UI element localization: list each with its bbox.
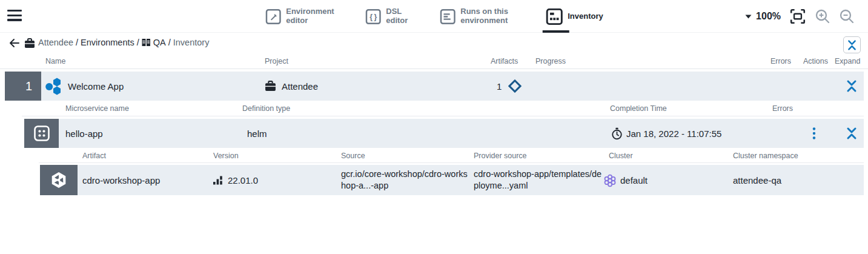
header-project: Project <box>265 57 288 65</box>
header-microservice-name: Microservice name <box>65 104 129 113</box>
inventory-icon <box>545 8 563 25</box>
back-arrow-icon[interactable] <box>8 38 21 48</box>
artifact-diamond-icon <box>508 79 522 93</box>
artifact-version: 22.01.0 <box>228 175 258 185</box>
hamburger-icon[interactable] <box>7 10 23 21</box>
cluster-name: default <box>620 175 648 185</box>
zoom-level-dropdown[interactable]: 100% <box>745 11 781 22</box>
expand-all-button[interactable] <box>843 36 861 53</box>
runs-icon <box>439 8 456 25</box>
header-errors: Errors <box>770 57 791 65</box>
header-expand: Expand <box>835 57 860 65</box>
header-cluster-namespace: Cluster namespace <box>733 152 798 160</box>
briefcase-icon <box>265 81 276 92</box>
dsl-editor-icon: { } <box>365 8 381 25</box>
collapse-row-icon[interactable] <box>846 79 858 93</box>
completion-time: Jan 18, 2022 - 11:07:55 <box>626 129 721 139</box>
cluster-namespace: attendee-qa <box>733 175 781 185</box>
environment-editor-label: Environment editor <box>286 7 342 25</box>
artifact-source: gcr.io/core-workshop/cdro-workshop-a...-… <box>341 169 470 192</box>
active-tab-underline <box>542 30 569 33</box>
breadcrumb-environment-link[interactable]: QA <box>153 38 166 47</box>
breadcrumb-separator: / <box>166 38 173 47</box>
breadcrumb-separator: / <box>73 38 81 47</box>
microservice-name: hello-app <box>65 129 103 139</box>
application-name: Welcome App <box>68 81 124 92</box>
fit-screen-icon[interactable] <box>789 8 806 25</box>
header-progress: Progress <box>535 57 566 65</box>
timer-icon <box>611 127 623 140</box>
environment-editor-icon <box>265 8 281 25</box>
dsl-editor-button[interactable]: { } DSL editor <box>365 7 416 25</box>
caret-down-icon <box>745 15 752 19</box>
briefcase-icon <box>24 38 35 48</box>
artifact-table-header: Artifact Version Source Provider source … <box>39 149 864 163</box>
header-version: Version <box>213 152 239 160</box>
breadcrumb-page[interactable]: Inventory <box>173 38 210 47</box>
svg-text:{ }: { } <box>369 13 377 21</box>
inventory-label: Inventory <box>568 12 603 21</box>
header-ms-errors: Errors <box>772 104 793 113</box>
header-provider-source: Provider source <box>474 152 527 160</box>
row-index-badge: 1 <box>5 72 41 101</box>
breadcrumb-project-link[interactable]: Attendee <box>38 38 73 47</box>
toolbar-zoom-controls: 100% <box>745 0 855 33</box>
dsl-editor-label: DSL editor <box>386 7 416 25</box>
environment-editor-button[interactable]: Environment editor <box>265 7 342 25</box>
application-row[interactable]: 1 Welcome App Attendee 1 <box>5 72 864 101</box>
header-cluster: Cluster <box>609 152 633 160</box>
application-icon <box>45 77 63 95</box>
toolbar-center: Environment editor { } DSL editor Runs o… <box>265 0 603 33</box>
header-artifact: Artifact <box>82 152 106 160</box>
version-bars-icon <box>213 176 224 185</box>
runs-on-environment-button[interactable]: Runs on this environment <box>439 7 522 25</box>
zoom-out-icon[interactable] <box>839 8 855 24</box>
artifact-badge <box>40 165 78 195</box>
breadcrumb-environments-link[interactable]: Environments <box>81 38 134 47</box>
header-completion-time: Completion Time <box>610 104 667 113</box>
header-actions: Actions <box>803 57 828 65</box>
environment-mini-icon <box>142 38 151 47</box>
breadcrumb: Attendee/Environments/QA/Inventory <box>0 33 868 55</box>
runs-label: Runs on this environment <box>460 7 522 25</box>
inventory-button[interactable]: Inventory <box>545 8 603 25</box>
zoom-level-value: 100% <box>756 11 781 22</box>
artifact-name: cdro-workshop-app <box>82 175 160 185</box>
artifact-provider-source: cdro-workshop-app/templates/deployme...y… <box>474 169 605 192</box>
kebab-icon[interactable] <box>812 127 817 140</box>
header-definition-type: Definition type <box>242 104 290 113</box>
application-table-header: Name Project Artifacts Progress Errors A… <box>0 55 868 69</box>
collapse-row-icon[interactable] <box>846 127 858 140</box>
registry-hexagon-icon <box>50 171 68 189</box>
microservice-icon <box>33 125 50 142</box>
cluster-flower-icon <box>603 174 617 187</box>
header-source: Source <box>341 152 365 160</box>
top-toolbar: Environment editor { } DSL editor Runs o… <box>0 0 868 33</box>
expand-all-icon <box>847 39 857 51</box>
artifact-row[interactable]: cdro-workshop-app 22.01.0 gcr.io/core-wo… <box>40 165 864 195</box>
microservice-table-header: Microservice name Definition type Comple… <box>22 102 864 116</box>
microservice-row[interactable]: hello-app helm Jan 18, 2022 - 11:07:55 <box>24 119 864 148</box>
definition-type: helm <box>247 129 267 139</box>
header-artifacts: Artifacts <box>491 57 518 65</box>
microservice-badge <box>24 119 59 148</box>
header-name: Name <box>45 57 65 65</box>
inventory-page: Environment editor { } DSL editor Runs o… <box>0 0 868 254</box>
artifacts-count: 1 <box>497 81 502 92</box>
zoom-in-icon[interactable] <box>815 8 830 24</box>
breadcrumb-separator: / <box>134 38 142 47</box>
application-project: Attendee <box>282 81 318 92</box>
